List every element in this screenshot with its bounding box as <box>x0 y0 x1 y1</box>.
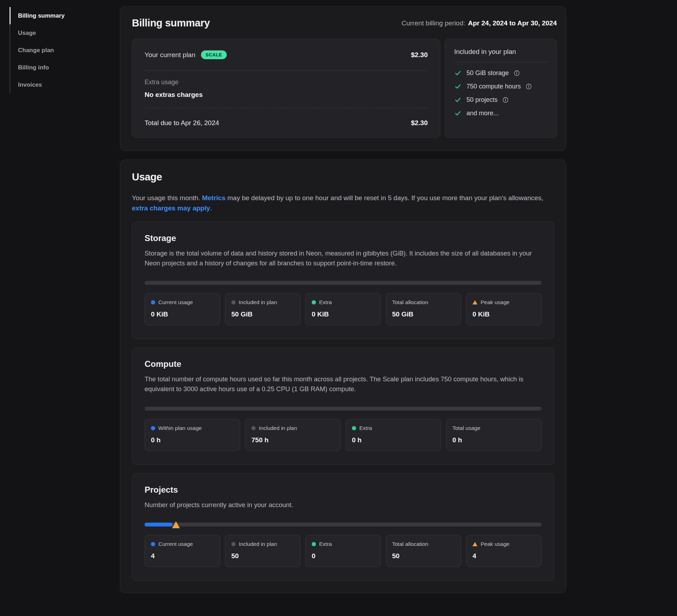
gray-dot-icon <box>251 426 256 430</box>
stat-value: 4 <box>151 552 214 560</box>
compute-stats: Within plan usage 0 h Included in plan 7… <box>145 419 542 451</box>
billing-summary-title: Billing summary <box>132 17 210 29</box>
included-item-compute: 750 compute hours <box>454 80 547 93</box>
stat-label: Extra <box>319 541 332 547</box>
included-title: Included in your plan <box>454 48 547 56</box>
compute-progress-bar <box>145 407 542 411</box>
stat-value: 4 <box>472 552 535 560</box>
stat-included-in-plan: Included in plan 750 h <box>245 419 341 451</box>
billing-summary-header: Billing summary Current billing period:A… <box>132 17 557 29</box>
billing-period: Current billing period:Apr 24, 2024 to A… <box>402 19 557 27</box>
plan-badge: SCALE <box>201 50 227 59</box>
stat-included-in-plan: Included in plan 50 <box>225 535 300 567</box>
check-icon <box>454 96 462 104</box>
info-icon[interactable] <box>514 70 520 76</box>
total-due-line: Total due to Apr 26, 2024 $2.30 <box>145 108 428 137</box>
stat-peak-usage: Peak usage 0 KiB <box>466 293 542 325</box>
included-item-label: 50 projects <box>466 96 498 104</box>
stat-label: Within plan usage <box>158 425 202 431</box>
included-item-label: 50 GiB storage <box>466 69 509 77</box>
projects-description: Number of projects currently active in y… <box>145 500 542 510</box>
projects-section: Projects Number of projects currently ac… <box>132 473 554 581</box>
check-icon <box>454 83 462 90</box>
extra-charges-link[interactable]: extra charges may apply <box>132 204 210 212</box>
current-plan-left: Your current plan SCALE <box>145 50 227 59</box>
billing-period-label: Current billing period: <box>402 19 465 27</box>
total-due-amount: $2.30 <box>411 119 428 127</box>
current-plan-card: Your current plan SCALE $2.30 Extra usag… <box>132 39 440 138</box>
usage-desc-text: Your usage this month. <box>132 194 202 202</box>
stat-value: 0 <box>312 552 374 560</box>
usage-title: Usage <box>132 171 554 183</box>
usage-description: Your usage this month. Metrics may be de… <box>132 193 544 213</box>
extra-usage-label: Extra usage <box>145 79 428 86</box>
stat-value: 50 <box>392 552 455 560</box>
sidebar-item-label: Billing info <box>18 64 49 71</box>
sidebar-item-usage[interactable]: Usage <box>10 24 91 42</box>
gray-dot-icon <box>231 542 236 546</box>
green-dot-icon <box>312 300 316 304</box>
stat-total-usage: Total usage 0 h <box>446 419 542 451</box>
stat-extra: Extra 0 KiB <box>305 293 381 325</box>
stat-label: Current usage <box>158 299 193 306</box>
usage-desc-text: . <box>210 204 212 212</box>
projects-stats: Current usage 4 Included in plan 50 Extr… <box>145 535 542 567</box>
stat-value: 750 h <box>251 436 334 444</box>
stat-current-usage: Current usage 4 <box>145 535 220 567</box>
stat-extra: Extra 0 h <box>346 419 441 451</box>
stat-label: Total allocation <box>392 541 428 547</box>
included-in-plan-panel: Included in your plan 50 GiB storage 750… <box>445 39 557 138</box>
usage-card: Usage Your usage this month. Metrics may… <box>120 160 566 593</box>
included-divider <box>454 62 547 62</box>
blue-dot-icon <box>151 300 155 304</box>
check-icon <box>454 69 462 77</box>
orange-triangle-icon <box>472 542 477 546</box>
stat-label: Included in plan <box>259 425 297 431</box>
sidebar-item-label: Change plan <box>18 47 54 54</box>
sidebar-item-invoices[interactable]: Invoices <box>10 76 91 93</box>
storage-description: Storage is the total volume of data and … <box>145 248 542 268</box>
compute-title: Compute <box>145 359 542 369</box>
sidebar-item-billing-summary[interactable]: Billing summary <box>10 7 91 24</box>
billing-sidebar: Billing summary Usage Change plan Billin… <box>10 7 91 93</box>
blue-dot-icon <box>151 426 155 430</box>
stat-label: Included in plan <box>239 299 277 306</box>
stat-label: Total allocation <box>392 299 428 306</box>
total-due-label: Total due to Apr 26, 2024 <box>145 119 219 127</box>
projects-progress-bar <box>145 523 542 526</box>
stat-label: Current usage <box>158 541 193 547</box>
sidebar-item-label: Invoices <box>18 81 42 88</box>
stat-label: Peak usage <box>481 541 510 547</box>
extra-usage-block: Extra usage No extras charges <box>145 71 428 108</box>
compute-section: Compute The total number of compute hour… <box>132 347 554 465</box>
sidebar-item-label: Billing summary <box>18 12 65 19</box>
green-dot-icon <box>312 542 316 546</box>
stat-value: 0 KiB <box>151 310 214 318</box>
info-icon[interactable] <box>526 84 532 90</box>
blue-dot-icon <box>151 542 155 546</box>
stat-extra: Extra 0 <box>305 535 381 567</box>
included-item-label: 750 compute hours <box>466 83 521 90</box>
orange-triangle-icon <box>472 300 477 304</box>
stat-total-allocation: Total allocation 50 <box>386 535 461 567</box>
stat-current-usage: Current usage 0 KiB <box>145 293 220 325</box>
stat-value: 0 h <box>352 436 435 444</box>
stat-value: 50 GiB <box>231 310 294 318</box>
metrics-link[interactable]: Metrics <box>202 194 226 202</box>
stat-label: Extra <box>319 299 332 306</box>
stat-label: Peak usage <box>481 299 510 306</box>
included-item-more: and more... <box>454 106 547 120</box>
usage-desc-text: may be delayed by up to one hour and wil… <box>225 194 543 202</box>
stat-value: 0 h <box>151 436 234 444</box>
stat-value: 50 GiB <box>392 310 455 318</box>
sidebar-item-change-plan[interactable]: Change plan <box>10 42 91 59</box>
sidebar-item-billing-info[interactable]: Billing info <box>10 59 91 76</box>
gray-dot-icon <box>231 300 236 304</box>
projects-title: Projects <box>145 485 542 495</box>
peak-usage-marker-icon <box>172 521 180 528</box>
info-icon[interactable] <box>502 97 508 103</box>
current-plan-line: Your current plan SCALE $2.30 <box>145 39 428 71</box>
sidebar-item-label: Usage <box>18 30 36 37</box>
stat-label: Total usage <box>452 425 480 431</box>
compute-description: The total number of compute hours used s… <box>145 374 542 394</box>
